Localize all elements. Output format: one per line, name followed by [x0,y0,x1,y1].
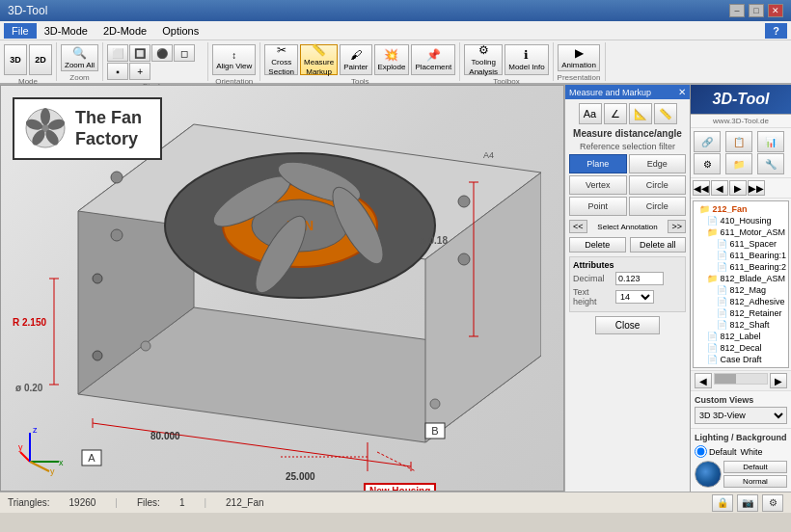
minimize-button[interactable]: – [729,4,745,17]
scroll-right[interactable]: ▶ [770,373,787,388]
tree-nav-next[interactable]: ▶ [729,180,747,196]
filter-circle2-btn[interactable]: Circle [629,197,687,216]
text-height-label: Text height [573,287,614,306]
normal-light-btn[interactable]: Normal [723,475,787,488]
tree-nav-prev[interactable]: ◀ [711,180,728,196]
filter-edge-btn[interactable]: Edge [629,154,687,173]
tree-item-bearing1[interactable]: 📄 611_Bearing:1 [696,250,786,261]
default-radio[interactable] [695,445,707,458]
tree-item-spacer[interactable]: 📄 611_Spacer [696,238,786,250]
filter-point-btn[interactable]: Point [569,197,627,216]
attributes-title: Attributes [573,260,682,270]
status-icon-1[interactable]: 🔒 [712,494,733,512]
tool-icon-2[interactable]: 📋 [725,131,752,152]
svg-point-15 [458,253,470,265]
cross-section-btn[interactable]: ✂ Cross Section [264,44,298,75]
tree-item-fan[interactable]: 📁 212_Fan [696,203,786,215]
svg-point-13 [458,196,470,207]
close-panel-btn[interactable]: Close [595,316,661,334]
select-annotation-label: Select Annotation [597,223,657,231]
display-btn-5[interactable]: ▪ [107,63,128,80]
tree-item-motor-asm[interactable]: 📁 611_Motor_ASM [696,226,786,238]
ruler-icon-btn[interactable]: 📏 [654,103,677,124]
status-icon-3[interactable]: ⚙ [762,494,783,512]
viewport[interactable]: FAN [0,85,564,492]
svg-text:A4: A4 [483,150,494,160]
select-annotation-prev[interactable]: << [569,220,587,233]
svg-text:B: B [431,425,438,437]
earth-button[interactable] [695,461,722,488]
toolbar-2d-btn[interactable]: 2D [29,44,52,75]
tool-icon-1[interactable]: 🔗 [694,131,721,152]
decimal-row: Decimal [573,272,682,285]
filter-plane-btn[interactable]: Plane [569,154,627,173]
display-btn-3[interactable]: ⚫ [151,44,173,62]
display-btn-4[interactable]: ◻ [174,44,195,62]
display-btn-6[interactable]: + [129,63,150,80]
filter-row-3: Point Circle [569,197,686,216]
panel-title: Measure and Markup [569,88,651,97]
dim-25: 25.000 [286,471,315,482]
decimal-input[interactable] [615,272,664,285]
attributes-section: Attributes Decimal Text height 14 12 16 [569,256,686,312]
placement-btn[interactable]: 📌 Placement [411,44,455,75]
select-annotation-next[interactable]: >> [668,220,686,233]
fan-icon [24,107,68,150]
menu-3dmode[interactable]: 3D-Mode [37,23,95,39]
display-btn-2[interactable]: 🔲 [129,44,150,62]
tree-item-adhesive[interactable]: 📄 812_Adhesive [696,296,786,307]
tree-item-retainer[interactable]: 📄 812_Retainer [696,307,786,319]
toolbar-3d-btn[interactable]: 3D [4,44,27,75]
tree-item-blade-asm[interactable]: 📁 812_Blade_ASM [696,273,786,284]
tree-item-decal[interactable]: 📄 812_Decal [696,342,786,354]
help-button[interactable]: ? [765,23,787,39]
painter-btn[interactable]: 🖌 Painter [340,44,371,75]
tool-icon-4[interactable]: ⚙ [694,153,721,174]
tree-item-housing[interactable]: 📄 410_Housing [696,215,786,226]
status-icon-2[interactable]: 📷 [737,494,758,512]
svg-text:y: y [50,466,55,476]
panel-close-icon[interactable]: ✕ [678,87,686,97]
status-bar-icons: 🔒 📷 ⚙ [712,494,783,512]
tool-icon-6[interactable]: 🔧 [757,153,784,174]
decimal-label: Decimal [573,274,614,283]
angle-icon-btn[interactable]: ∠ [604,103,627,124]
measure-markup-btn[interactable]: 📏 Measure Markup [300,44,338,75]
view-select[interactable]: 3D 3D-View [695,407,787,424]
tooling-analysis-btn[interactable]: ⚙ Tooling Analysis [464,44,503,75]
scroll-left[interactable]: ◀ [695,373,712,388]
custom-views-label: Custom Views [695,395,787,405]
menu-file[interactable]: File [4,23,37,39]
maximize-button[interactable]: □ [749,4,764,17]
explode-btn[interactable]: 💥 Explode [374,44,410,75]
tree-item-label[interactable]: 📄 812_Label [696,331,786,342]
filter-vertex-btn[interactable]: Vertex [569,175,627,195]
menu-options[interactable]: Options [154,23,206,39]
tree-item-bearing2[interactable]: 📄 611_Bearing:2 [696,261,786,273]
model-tree[interactable]: 📁 212_Fan 📄 410_Housing 📁 611_Motor_ASM … [693,200,789,368]
align-view-btn[interactable]: ↕ Align View [212,44,256,75]
scroll-thumb[interactable] [715,374,736,384]
delete-btn[interactable]: Delete [569,237,626,253]
animation-btn[interactable]: ▶ Animation [558,44,600,71]
tool-icon-3[interactable]: 📊 [757,131,784,152]
model-info-btn[interactable]: ℹ Model Info [505,44,548,75]
menu-2dmode[interactable]: 2D-Mode [95,23,154,39]
filter-circle-btn[interactable]: Circle [629,175,687,195]
tree-nav-first[interactable]: ◀◀ [693,180,710,196]
text-height-select[interactable]: 14 12 16 [615,290,654,304]
delete-all-btn[interactable]: Delete all [630,237,687,253]
tree-item-mag[interactable]: 📄 812_Mag [696,284,786,296]
svg-text:z: z [33,425,38,435]
tree-item-shaft[interactable]: 📄 812_Shaft [696,319,786,331]
tree-nav-last[interactable]: ▶▶ [748,180,765,196]
tree-item-case-draft[interactable]: 📄 Case Draft [696,354,786,365]
svg-point-39 [41,108,50,125]
measure-icon-btn[interactable]: 📐 [629,103,652,124]
display-btn-1[interactable]: ⬜ [107,44,128,62]
text-icon-btn[interactable]: Aa [579,103,602,124]
close-button[interactable]: ✕ [768,4,783,17]
toolbar-zoom-all-btn[interactable]: 🔍 Zoom All [61,44,98,71]
tool-icon-5[interactable]: 📁 [725,153,752,174]
default-light-btn[interactable]: Default [723,461,787,473]
